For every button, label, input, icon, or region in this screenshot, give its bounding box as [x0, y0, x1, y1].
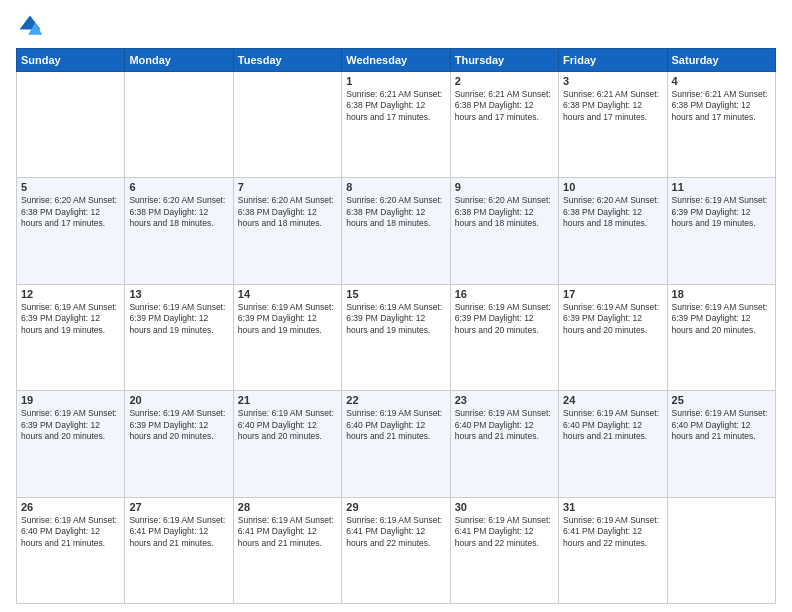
day-cell: [233, 72, 341, 178]
day-cell: 17Sunrise: 6:19 AM Sunset: 6:39 PM Dayli…: [559, 284, 667, 390]
day-number: 5: [21, 181, 120, 193]
day-cell: 27Sunrise: 6:19 AM Sunset: 6:41 PM Dayli…: [125, 497, 233, 603]
day-cell: 3Sunrise: 6:21 AM Sunset: 6:38 PM Daylig…: [559, 72, 667, 178]
day-info: Sunrise: 6:19 AM Sunset: 6:39 PM Dayligh…: [563, 302, 662, 336]
day-cell: 12Sunrise: 6:19 AM Sunset: 6:39 PM Dayli…: [17, 284, 125, 390]
day-cell: 15Sunrise: 6:19 AM Sunset: 6:39 PM Dayli…: [342, 284, 450, 390]
day-cell: 10Sunrise: 6:20 AM Sunset: 6:38 PM Dayli…: [559, 178, 667, 284]
weekday-header-sunday: Sunday: [17, 49, 125, 72]
day-cell: 14Sunrise: 6:19 AM Sunset: 6:39 PM Dayli…: [233, 284, 341, 390]
calendar: SundayMondayTuesdayWednesdayThursdayFrid…: [16, 48, 776, 604]
day-cell: 6Sunrise: 6:20 AM Sunset: 6:38 PM Daylig…: [125, 178, 233, 284]
day-info: Sunrise: 6:19 AM Sunset: 6:40 PM Dayligh…: [21, 515, 120, 549]
day-cell: 29Sunrise: 6:19 AM Sunset: 6:41 PM Dayli…: [342, 497, 450, 603]
day-info: Sunrise: 6:19 AM Sunset: 6:40 PM Dayligh…: [346, 408, 445, 442]
day-cell: 8Sunrise: 6:20 AM Sunset: 6:38 PM Daylig…: [342, 178, 450, 284]
weekday-header-monday: Monday: [125, 49, 233, 72]
day-info: Sunrise: 6:19 AM Sunset: 6:39 PM Dayligh…: [346, 302, 445, 336]
day-number: 21: [238, 394, 337, 406]
day-number: 1: [346, 75, 445, 87]
day-number: 3: [563, 75, 662, 87]
day-info: Sunrise: 6:20 AM Sunset: 6:38 PM Dayligh…: [238, 195, 337, 229]
day-info: Sunrise: 6:19 AM Sunset: 6:41 PM Dayligh…: [238, 515, 337, 549]
day-number: 6: [129, 181, 228, 193]
day-number: 13: [129, 288, 228, 300]
day-number: 15: [346, 288, 445, 300]
day-info: Sunrise: 6:21 AM Sunset: 6:38 PM Dayligh…: [563, 89, 662, 123]
day-cell: 20Sunrise: 6:19 AM Sunset: 6:39 PM Dayli…: [125, 391, 233, 497]
day-number: 8: [346, 181, 445, 193]
day-number: 28: [238, 501, 337, 513]
day-number: 4: [672, 75, 771, 87]
day-info: Sunrise: 6:19 AM Sunset: 6:41 PM Dayligh…: [346, 515, 445, 549]
day-number: 27: [129, 501, 228, 513]
day-number: 17: [563, 288, 662, 300]
day-number: 24: [563, 394, 662, 406]
day-cell: [125, 72, 233, 178]
day-info: Sunrise: 6:19 AM Sunset: 6:40 PM Dayligh…: [672, 408, 771, 442]
day-info: Sunrise: 6:19 AM Sunset: 6:40 PM Dayligh…: [563, 408, 662, 442]
day-info: Sunrise: 6:19 AM Sunset: 6:41 PM Dayligh…: [563, 515, 662, 549]
day-number: 23: [455, 394, 554, 406]
day-info: Sunrise: 6:19 AM Sunset: 6:40 PM Dayligh…: [455, 408, 554, 442]
header: [16, 12, 776, 40]
day-cell: 19Sunrise: 6:19 AM Sunset: 6:39 PM Dayli…: [17, 391, 125, 497]
day-info: Sunrise: 6:20 AM Sunset: 6:38 PM Dayligh…: [21, 195, 120, 229]
week-row-2: 12Sunrise: 6:19 AM Sunset: 6:39 PM Dayli…: [17, 284, 776, 390]
day-number: 2: [455, 75, 554, 87]
day-info: Sunrise: 6:19 AM Sunset: 6:41 PM Dayligh…: [129, 515, 228, 549]
weekday-header-saturday: Saturday: [667, 49, 775, 72]
day-cell: 23Sunrise: 6:19 AM Sunset: 6:40 PM Dayli…: [450, 391, 558, 497]
day-cell: 30Sunrise: 6:19 AM Sunset: 6:41 PM Dayli…: [450, 497, 558, 603]
day-number: 18: [672, 288, 771, 300]
day-number: 9: [455, 181, 554, 193]
day-number: 26: [21, 501, 120, 513]
weekday-header-tuesday: Tuesday: [233, 49, 341, 72]
day-cell: 4Sunrise: 6:21 AM Sunset: 6:38 PM Daylig…: [667, 72, 775, 178]
day-number: 25: [672, 394, 771, 406]
day-info: Sunrise: 6:20 AM Sunset: 6:38 PM Dayligh…: [346, 195, 445, 229]
day-info: Sunrise: 6:19 AM Sunset: 6:39 PM Dayligh…: [129, 408, 228, 442]
day-cell: 21Sunrise: 6:19 AM Sunset: 6:40 PM Dayli…: [233, 391, 341, 497]
logo: [16, 12, 48, 40]
day-cell: 25Sunrise: 6:19 AM Sunset: 6:40 PM Dayli…: [667, 391, 775, 497]
day-cell: 16Sunrise: 6:19 AM Sunset: 6:39 PM Dayli…: [450, 284, 558, 390]
day-cell: 9Sunrise: 6:20 AM Sunset: 6:38 PM Daylig…: [450, 178, 558, 284]
day-info: Sunrise: 6:21 AM Sunset: 6:38 PM Dayligh…: [672, 89, 771, 123]
day-info: Sunrise: 6:19 AM Sunset: 6:39 PM Dayligh…: [21, 302, 120, 336]
day-number: 31: [563, 501, 662, 513]
day-cell: 1Sunrise: 6:21 AM Sunset: 6:38 PM Daylig…: [342, 72, 450, 178]
day-number: 29: [346, 501, 445, 513]
weekday-header-friday: Friday: [559, 49, 667, 72]
logo-icon: [16, 12, 44, 40]
day-info: Sunrise: 6:21 AM Sunset: 6:38 PM Dayligh…: [346, 89, 445, 123]
week-row-1: 5Sunrise: 6:20 AM Sunset: 6:38 PM Daylig…: [17, 178, 776, 284]
day-cell: [17, 72, 125, 178]
day-cell: 22Sunrise: 6:19 AM Sunset: 6:40 PM Dayli…: [342, 391, 450, 497]
day-info: Sunrise: 6:19 AM Sunset: 6:39 PM Dayligh…: [21, 408, 120, 442]
day-info: Sunrise: 6:20 AM Sunset: 6:38 PM Dayligh…: [563, 195, 662, 229]
day-cell: 13Sunrise: 6:19 AM Sunset: 6:39 PM Dayli…: [125, 284, 233, 390]
day-info: Sunrise: 6:19 AM Sunset: 6:40 PM Dayligh…: [238, 408, 337, 442]
day-number: 7: [238, 181, 337, 193]
day-info: Sunrise: 6:19 AM Sunset: 6:39 PM Dayligh…: [455, 302, 554, 336]
day-cell: 2Sunrise: 6:21 AM Sunset: 6:38 PM Daylig…: [450, 72, 558, 178]
weekday-header-wednesday: Wednesday: [342, 49, 450, 72]
weekday-header-thursday: Thursday: [450, 49, 558, 72]
week-row-3: 19Sunrise: 6:19 AM Sunset: 6:39 PM Dayli…: [17, 391, 776, 497]
day-cell: 26Sunrise: 6:19 AM Sunset: 6:40 PM Dayli…: [17, 497, 125, 603]
day-info: Sunrise: 6:19 AM Sunset: 6:39 PM Dayligh…: [129, 302, 228, 336]
day-number: 20: [129, 394, 228, 406]
day-cell: [667, 497, 775, 603]
day-cell: 5Sunrise: 6:20 AM Sunset: 6:38 PM Daylig…: [17, 178, 125, 284]
day-cell: 18Sunrise: 6:19 AM Sunset: 6:39 PM Dayli…: [667, 284, 775, 390]
day-info: Sunrise: 6:19 AM Sunset: 6:39 PM Dayligh…: [238, 302, 337, 336]
day-number: 19: [21, 394, 120, 406]
day-cell: 7Sunrise: 6:20 AM Sunset: 6:38 PM Daylig…: [233, 178, 341, 284]
day-number: 11: [672, 181, 771, 193]
week-row-4: 26Sunrise: 6:19 AM Sunset: 6:40 PM Dayli…: [17, 497, 776, 603]
day-number: 12: [21, 288, 120, 300]
day-cell: 31Sunrise: 6:19 AM Sunset: 6:41 PM Dayli…: [559, 497, 667, 603]
weekday-header-row: SundayMondayTuesdayWednesdayThursdayFrid…: [17, 49, 776, 72]
day-info: Sunrise: 6:19 AM Sunset: 6:39 PM Dayligh…: [672, 302, 771, 336]
